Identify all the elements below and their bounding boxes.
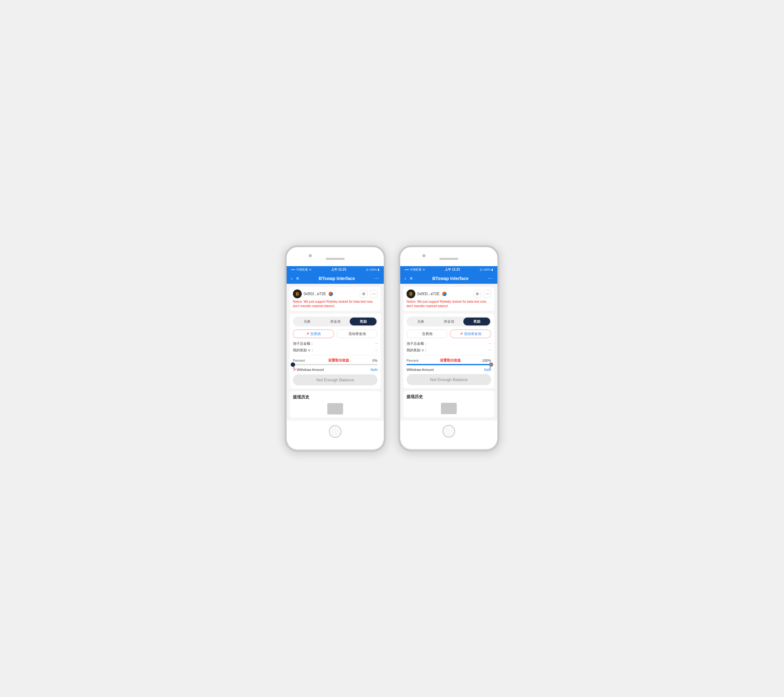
status-right: ◎ 100% ▮	[366, 268, 379, 271]
tab-1[interactable]: 资金池	[322, 318, 349, 325]
tab-bar: 兑换 资金池 奖励	[293, 316, 377, 326]
pool-total-row: 池子总金额： --	[407, 341, 491, 346]
settings-icon[interactable]: ⚙	[473, 290, 481, 298]
history-card: 提现历史	[290, 391, 380, 418]
tab-1[interactable]: 资金池	[436, 318, 462, 325]
home-button[interactable]	[443, 425, 455, 438]
btc-icon: B	[293, 290, 302, 298]
account-badge	[329, 292, 333, 296]
slider-section: Percent 设置取出收益 100% ↗	[407, 358, 491, 365]
my-reward-row: 我的奖励 ⊙： --	[407, 348, 491, 353]
account-left: B 0x5f1f...e72E	[293, 290, 333, 298]
slider-label: Percent	[293, 359, 305, 363]
account-row: B 0x5f1f...e72E ⚙ ⋯	[407, 290, 491, 298]
location-icon: ◎	[480, 268, 482, 271]
slider-thumb[interactable]	[489, 363, 493, 367]
pool-total-value: --	[375, 341, 377, 346]
phone-left: ▪▪▪▪ 中国联通 ≋ 上午 11:21 ◎ 100% ▮ ‹ ✕ BTswap…	[285, 245, 386, 452]
close-button[interactable]: ✕	[296, 276, 300, 281]
sub-tab-bar: 交易池 ↗ 流动资金池	[407, 330, 491, 338]
nav-title: BTswap Interface	[432, 276, 469, 281]
slider-fill	[407, 364, 491, 365]
content-area: B 0x5f1f...e72E ⚙ ⋯ Notice: We just supp…	[287, 284, 384, 421]
content-area: B 0x5f1f...e72E ⚙ ⋯ Notice: We just supp…	[400, 284, 497, 420]
balance-button[interactable]: Not Enough Balance	[293, 374, 377, 386]
slider-thumb[interactable]	[291, 363, 295, 367]
slider-track[interactable]: ↗	[407, 364, 491, 365]
account-address: 0x5f1f...e72E	[304, 292, 326, 296]
slider-header: Percent 设置取出收益 0%	[293, 358, 377, 363]
account-icons: ⚙ ⋯	[473, 290, 491, 298]
battery-icon: ▮	[378, 268, 379, 271]
tab-0[interactable]: 兑换	[407, 318, 434, 325]
signal-icon: ▪▪▪▪	[405, 268, 409, 271]
speaker	[439, 258, 458, 260]
menu-icon[interactable]: ⋯	[370, 290, 377, 298]
balance-button[interactable]: Not Enough Balance	[407, 374, 491, 385]
battery-percent: 100%	[370, 268, 377, 271]
back-button[interactable]: ‹	[291, 276, 293, 281]
account-badge	[442, 292, 446, 296]
my-reward-label: 我的奖励 ⊙：	[407, 348, 428, 353]
carrier-name: 中国联通	[296, 268, 308, 272]
empty-history-icon	[407, 403, 491, 414]
phone-top	[287, 247, 384, 266]
account-left: B 0x5f1f...e72E	[407, 290, 446, 298]
my-reward-value: --	[375, 348, 377, 353]
withdraw-row: ↗ Withdraw Amount NaN	[293, 368, 377, 372]
wifi-icon: ≋	[423, 268, 425, 271]
red-arrow-icon: ↗	[306, 332, 309, 336]
slider-track[interactable]: ↗	[293, 364, 377, 365]
sub-tab-1[interactable]: ↗ 流动资金池	[450, 330, 491, 338]
withdraw-label: ↗ Withdraw Amount	[293, 368, 324, 372]
header-card: B 0x5f1f...e72E ⚙ ⋯ Notice: We just supp…	[290, 287, 380, 311]
empty-history-icon	[293, 403, 377, 414]
status-left: ▪▪▪▪ 中国联通 ≋	[405, 268, 425, 272]
nav-left: ‹ ✕	[291, 276, 300, 281]
slider-fill	[293, 364, 377, 365]
empty-box	[441, 403, 457, 414]
tab-2[interactable]: 奖励	[350, 318, 377, 325]
pool-total-value: --	[489, 341, 491, 346]
my-reward-row: 我的奖励 ⊙： --	[293, 348, 377, 353]
account-row: B 0x5f1f...e72E ⚙ ⋯	[293, 290, 377, 298]
sub-tab-0[interactable]: ↗ 交易池	[293, 330, 334, 338]
slider-arrow-right: ↗	[489, 366, 491, 370]
menu-icon[interactable]: ⋯	[484, 290, 491, 298]
slider-arrow-left: ↗	[292, 366, 295, 370]
withdraw-value: NaN	[371, 368, 377, 372]
slider-label: Percent	[407, 359, 418, 363]
nav-title: BTswap Interface	[319, 276, 355, 281]
pool-total-label: 池子总金额：	[293, 341, 314, 346]
slider-section: Percent 设置取出收益 0% ↗	[293, 358, 377, 365]
empty-box	[327, 403, 343, 414]
more-button[interactable]: ···	[488, 275, 493, 281]
slider-annotation: 设置取出收益	[440, 358, 461, 363]
sub-tab-1[interactable]: 流动资金池	[336, 330, 377, 338]
battery-percent: 100%	[483, 268, 491, 271]
phones-container: ▪▪▪▪ 中国联通 ≋ 上午 11:21 ◎ 100% ▮ ‹ ✕ BTswap…	[285, 245, 499, 452]
divider	[293, 355, 377, 356]
close-button[interactable]: ✕	[409, 276, 413, 281]
main-card: 兑换 资金池 奖励 交易池	[404, 313, 494, 388]
more-button[interactable]: ···	[374, 275, 379, 281]
status-right: ◎ 100% ▮	[480, 268, 493, 271]
back-button[interactable]: ‹	[405, 276, 406, 281]
settings-icon[interactable]: ⚙	[360, 290, 367, 298]
tab-2[interactable]: 奖励	[463, 318, 490, 325]
account-icons: ⚙ ⋯	[360, 290, 377, 298]
signal-icon: ▪▪▪▪	[291, 268, 295, 271]
withdraw-row: Withdraw Amount NaN	[407, 368, 491, 372]
nav-bar: ‹ ✕ BTswap Interface ···	[287, 273, 384, 284]
btc-icon: B	[407, 290, 415, 298]
tab-0[interactable]: 兑换	[294, 318, 321, 325]
home-button[interactable]	[329, 425, 341, 438]
phone-bottom	[400, 420, 497, 440]
carrier-name: 中国联通	[410, 268, 422, 272]
sub-tab-0[interactable]: 交易池	[407, 330, 448, 338]
pool-total-row: 池子总金额： --	[293, 341, 377, 346]
pool-total-label: 池子总金额：	[407, 341, 427, 346]
tab-bar: 兑换 资金池 奖励	[407, 316, 491, 326]
nav-left: ‹ ✕	[405, 276, 413, 281]
account-address: 0x5f1f...e72E	[417, 292, 440, 296]
